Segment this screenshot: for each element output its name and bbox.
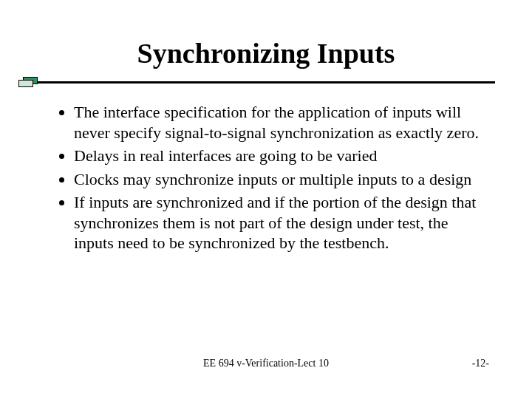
title-rule xyxy=(44,78,488,86)
bullet-item: Delays in real interfaces are going to b… xyxy=(74,146,488,166)
bullet-item: The interface specification for the appl… xyxy=(74,102,488,143)
bullet-item: Clocks may synchronize inputs or multipl… xyxy=(74,169,488,190)
slide: Synchronizing Inputs The interface speci… xyxy=(0,0,532,399)
slide-title: Synchronizing Inputs xyxy=(44,37,488,69)
footer: EE 694 v-Verification-Lect 10 -12- xyxy=(0,358,532,372)
slide-marker-icon xyxy=(18,77,39,87)
bullet-item: If inputs are synchronized and if the po… xyxy=(74,192,488,253)
bullet-list: The interface specification for the appl… xyxy=(44,102,488,253)
footer-page-number: -12- xyxy=(472,358,489,369)
footer-course: EE 694 v-Verification-Lect 10 xyxy=(0,358,532,369)
